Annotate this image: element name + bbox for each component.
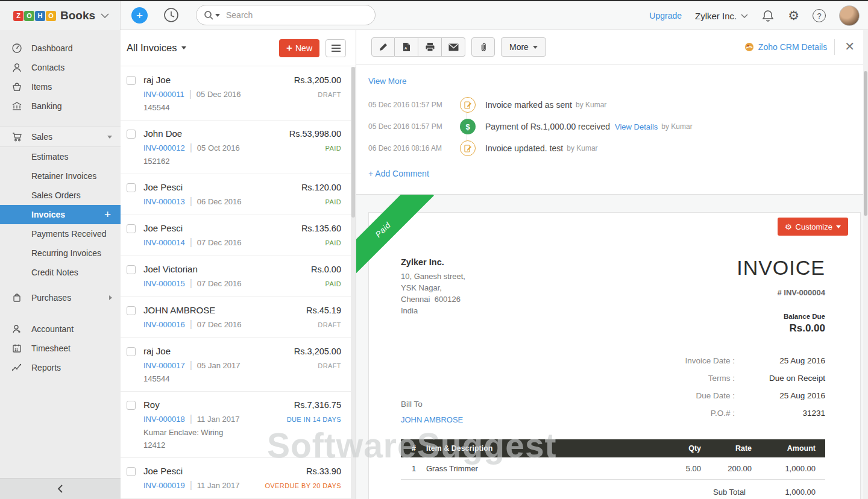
invoice-filter-label: All Invoices	[127, 42, 177, 54]
recent-history-icon[interactable]	[163, 7, 180, 24]
sidebar-item-credit-notes[interactable]: Credit Notes	[0, 263, 121, 282]
invoice-number-link[interactable]: INV-000015	[143, 279, 185, 288]
sidebar-item-invoices[interactable]: Invoices +	[0, 205, 121, 224]
new-invoice-label: New	[295, 43, 312, 53]
invoice-number-link[interactable]: INV-000017	[143, 361, 185, 370]
row-checkbox[interactable]	[127, 401, 136, 410]
row-checkbox[interactable]	[127, 183, 136, 192]
row-checkbox[interactable]	[127, 224, 136, 233]
customer-name: JOHN AMBROSE	[143, 305, 215, 315]
invoice-list-item[interactable]: JOHN AMBROSE Rs.45.19 INV-000016|07 Dec …	[121, 297, 351, 338]
invoice-number-link[interactable]: INV-000019	[143, 481, 185, 490]
sidebar-item-accountant[interactable]: Accountant	[0, 319, 121, 339]
invoice-number-link[interactable]: INV-000014	[143, 238, 185, 247]
invoice-list-item[interactable]: Joe Pesci Rs.120.00 INV-000013|06 Dec 20…	[121, 174, 351, 215]
invoice-document-icon	[460, 140, 476, 156]
row-checkbox[interactable]	[127, 76, 136, 85]
attach-file-button[interactable]	[471, 37, 495, 57]
invoice-preview-area: Paid ⚙ Customize Zylker Inc. 10, Ganesh …	[356, 195, 868, 499]
sidebar-label: Items	[31, 82, 52, 92]
invoice-number-link[interactable]: INV-000013	[143, 197, 185, 206]
row-checkbox[interactable]	[127, 130, 136, 139]
settings-gear-icon[interactable]: ⚙	[788, 8, 799, 23]
zoho-books-logo[interactable]: Z O H O Books	[0, 1, 121, 30]
view-more-link[interactable]: View More	[368, 77, 856, 86]
invoice-item-table: # Item & Description Qty Rate Amount 1 G…	[401, 439, 825, 499]
invoice-list-item[interactable]: Joe Pesci Rs.135.60 INV-000014|07 Dec 20…	[121, 215, 351, 256]
email-button[interactable]	[442, 37, 465, 57]
invoice-extra-info: 145544	[143, 374, 341, 383]
invoice-extra-info: 12412	[143, 441, 341, 450]
sidebar-item-contacts[interactable]: Contacts	[0, 58, 121, 77]
invoice-filter-dropdown[interactable]: All Invoices	[127, 42, 186, 54]
pencil-icon	[379, 42, 388, 52]
detail-scrollbar[interactable]	[863, 30, 868, 499]
quick-create-button[interactable]: +	[131, 7, 148, 24]
sidebar-item-estimates[interactable]: Estimates	[0, 147, 121, 166]
row-checkbox[interactable]	[127, 265, 136, 274]
invoice-number-link[interactable]: INV-000018	[143, 415, 185, 424]
customer-name: raj Joe	[143, 346, 171, 356]
sidebar-item-dashboard[interactable]: Dashboard	[0, 39, 121, 58]
add-invoice-plus-icon[interactable]: +	[104, 208, 111, 221]
invoice-number-link[interactable]: INV-000012	[143, 143, 185, 152]
more-actions-button[interactable]: More	[501, 37, 546, 57]
edit-invoice-button[interactable]	[371, 37, 395, 57]
sidebar-item-reports[interactable]: Reports	[0, 358, 121, 377]
sidebar-item-banking[interactable]: Banking	[0, 96, 121, 116]
add-comment-link[interactable]: + Add Comment	[368, 169, 856, 178]
zoho-crm-details-link[interactable]: Zoho CRM Details	[744, 42, 827, 52]
customize-button[interactable]: ⚙ Customize	[778, 218, 848, 236]
export-pdf-button[interactable]: A	[395, 37, 418, 57]
new-invoice-button[interactable]: + New	[279, 39, 319, 57]
invoice-amount: Rs.53,998.00	[289, 129, 341, 139]
sales-cart-icon	[11, 131, 23, 142]
global-search	[196, 5, 376, 25]
sidebar-collapse-button[interactable]	[0, 478, 121, 499]
invoice-list-item[interactable]: Joel Victorian Rs.0.00 INV-000015|07 Dec…	[121, 256, 351, 297]
chevron-down-icon	[741, 14, 748, 18]
sidebar-item-payments-received[interactable]: Payments Received	[0, 224, 121, 243]
invoice-extra-info: Kumar Enclave: Wiring	[143, 428, 341, 437]
subtotal-label: Sub Total	[713, 488, 754, 497]
address-line: Chennai 600126	[401, 293, 465, 305]
status-badge: DUE IN 14 DAYS	[287, 416, 341, 423]
reports-chart-icon	[11, 362, 23, 373]
row-checkbox[interactable]	[127, 467, 136, 476]
invoice-list-item[interactable]: John Doe Rs.53,998.00 INV-000012|05 Oct …	[121, 121, 351, 174]
user-avatar[interactable]	[839, 5, 860, 26]
bill-to-customer-link[interactable]: JOHN AMBROSE	[401, 415, 463, 424]
search-input[interactable]	[226, 10, 368, 20]
contacts-icon	[11, 62, 23, 73]
invoice-extras: 145544	[143, 374, 341, 383]
sidebar-item-timesheet[interactable]: Timesheet	[0, 339, 121, 358]
list-menu-button[interactable]	[326, 39, 346, 57]
invoice-number-link[interactable]: INV-000016	[143, 320, 185, 329]
search-scope-caret-icon[interactable]	[215, 14, 220, 17]
list-scrollbar[interactable]	[351, 67, 356, 499]
invoice-date: 11 Jan 2017	[197, 415, 240, 424]
invoice-number-link[interactable]: INV-000011	[143, 90, 184, 99]
sidebar-item-retainer-invoices[interactable]: Retainer Invoices	[0, 166, 121, 186]
invoice-date: 06 Dec 2016	[197, 197, 242, 206]
print-button[interactable]	[418, 37, 442, 57]
row-checkbox[interactable]	[127, 347, 136, 356]
notifications-bell-icon[interactable]	[761, 9, 775, 22]
invoice-list-item[interactable]: Roy Rs.7,316.75 INV-000018|11 Jan 2017 D…	[121, 392, 351, 458]
invoice-list-item[interactable]: raj Joe Rs.3,205.00 INV-000017|05 Jan 20…	[121, 338, 351, 392]
sidebar-item-recurring-invoices[interactable]: Recurring Invoices	[0, 243, 121, 263]
sidebar-item-sales-orders[interactable]: Sales Orders	[0, 186, 121, 205]
org-switcher[interactable]: Zylker Inc.	[695, 11, 748, 21]
invoice-list-item[interactable]: raj Joe Rs.3,205.00 INV-000011|05 Dec 20…	[121, 67, 351, 121]
sidebar-item-purchases[interactable]: Purchases	[0, 288, 121, 307]
row-checkbox[interactable]	[127, 306, 136, 315]
invoice-list-item[interactable]: Joe Pesci Rs.33.90 INV-000019|11 Jan 201…	[121, 458, 351, 499]
sidebar-item-sales[interactable]: Sales	[0, 127, 121, 147]
help-icon[interactable]: ?	[813, 9, 826, 22]
chevron-down-icon	[107, 136, 112, 139]
close-icon[interactable]: ✕	[842, 39, 860, 55]
sidebar-item-items[interactable]: Items	[0, 77, 121, 96]
bank-icon	[11, 101, 23, 111]
upgrade-link[interactable]: Upgrade	[649, 11, 682, 20]
view-details-link[interactable]: View Details	[615, 122, 658, 131]
